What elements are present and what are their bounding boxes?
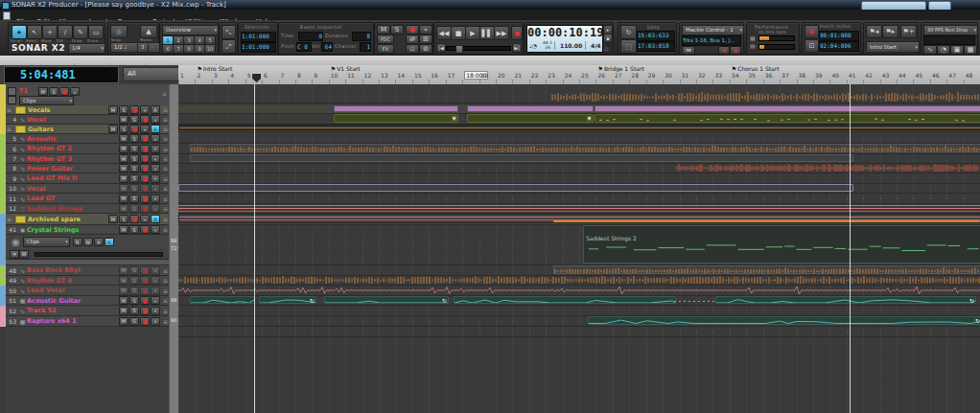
clip[interactable]: ↻ xyxy=(324,296,449,304)
punch-marquee-icon[interactable]: ⊡ xyxy=(805,39,819,53)
arm-record-icon[interactable]: ● xyxy=(140,266,150,275)
automation-button[interactable]: A xyxy=(105,238,114,246)
mute-button[interactable]: M xyxy=(119,164,128,172)
go-start-icon[interactable]: |◀ xyxy=(436,43,446,53)
clips-dropdown[interactable]: Clips▾ xyxy=(23,237,70,247)
clip-v-vocal-clip-3[interactable]: V-Vocal Clip 3 xyxy=(595,114,980,123)
clock-sync-icon[interactable]: ◔ xyxy=(937,45,950,55)
meter-value[interactable]: 4/4 xyxy=(591,42,601,49)
arm-record-icon[interactable]: ● xyxy=(140,174,150,183)
pause-icon[interactable]: ▌▌ xyxy=(479,26,495,40)
input-echo-icon[interactable]: « xyxy=(151,164,160,172)
solo-button[interactable]: S xyxy=(129,154,139,163)
track-row-4-vocal[interactable]: 4∿VocalMS●«≡ xyxy=(6,115,169,125)
arm-record-icon[interactable]: ● xyxy=(140,164,150,172)
midi-sync-icon[interactable]: ▦ xyxy=(964,45,977,55)
row-handle-icon[interactable]: ≡ xyxy=(162,297,169,304)
clips-lane-guitars-folder[interactable]: Guitars xyxy=(178,125,980,132)
marks-icon[interactable]: ▲ xyxy=(140,25,157,38)
arm-record-icon[interactable]: ● xyxy=(140,276,150,285)
solo-button[interactable]: S xyxy=(129,225,139,234)
clip-record-10[interactable]: Record 10 xyxy=(178,276,980,284)
input-echo-icon[interactable]: « xyxy=(151,266,160,275)
row-handle-icon[interactable]: ≡ xyxy=(162,226,169,233)
clip[interactable] xyxy=(553,220,980,222)
clock-mode-down-icon[interactable]: ▪ xyxy=(603,34,613,43)
ruler-marker-chorus-1-start[interactable]: ⚑Chorus 1 Start xyxy=(732,65,780,72)
clip-vocal[interactable]: Vocal xyxy=(595,105,980,112)
track-row-12-saddest-strings[interactable]: 12⁙Saddest StringsMS●«≡ xyxy=(6,204,169,214)
tool-move-icon[interactable]: + xyxy=(42,25,58,39)
control-surface-dropdown[interactable]: Mackie Control - 1▾ xyxy=(682,25,744,35)
snap-resolution-dropdown[interactable]: 1/2 ♩ xyxy=(110,42,140,53)
folder-expand-icon[interactable]: ≡ xyxy=(6,106,12,113)
loop-to[interactable]: 17:03:018 xyxy=(637,41,675,52)
clips-lane-bass-rock-48[interactable]: Record 3, Take 4 xyxy=(178,265,980,276)
row-handle-icon[interactable]: ≡ xyxy=(162,146,169,152)
solo-button[interactable]: S xyxy=(129,115,139,124)
solo-button[interactable]: S xyxy=(129,276,139,285)
clip-record-take-3[interactable]: Record , Take 3 xyxy=(178,184,853,192)
clips-lane-archived-folder[interactable]: Archived spare xyxy=(178,214,980,225)
row-handle-icon[interactable]: ≡ xyxy=(162,185,169,192)
mute-button[interactable]: M xyxy=(119,134,128,143)
ruler-marker-bridge-1-start[interactable]: ⚑Bridge 1 Start xyxy=(598,65,644,72)
row-handle-icon[interactable]: ≡ xyxy=(162,175,169,182)
ruler-marker-v1-start[interactable]: ⚑V1 Start xyxy=(331,65,361,72)
clips-lane-acoustic-guitar-51[interactable]: ↻↻Record 1↻ xyxy=(178,296,980,306)
arm-record-icon[interactable]: ● xyxy=(129,105,139,114)
track-row-7-rhythm-gt-3[interactable]: 7∿Rhythm GT 3MS●«≡ xyxy=(6,154,169,164)
selection-to[interactable]: 1:01:000 xyxy=(241,42,276,53)
channel-value[interactable]: 1 xyxy=(360,42,371,52)
clips-lane-rhythm-gt3-7[interactable]: Record 6 xyxy=(178,154,980,164)
read-button[interactable]: R xyxy=(73,238,82,246)
screenset-10[interactable]: 10 xyxy=(204,44,216,54)
mute-button[interactable]: M xyxy=(119,296,128,305)
clips-lane-rhythm-gt2-6[interactable]: Record 5 xyxy=(178,144,980,154)
track-row-6-rhythm-gt-2[interactable]: 6∿Rhythm GT 2MS●«≡ xyxy=(6,144,169,154)
clips-lane-crystal-strings-41[interactable]: Saddest Strings 2 xyxy=(178,225,980,265)
clips-lane-power-guitar-8[interactable] xyxy=(178,164,980,173)
row-handle-icon[interactable]: ≡ xyxy=(162,216,169,222)
input-echo-icon[interactable]: « xyxy=(151,296,160,305)
clips-lane-saddest-strings-12[interactable] xyxy=(178,204,980,214)
arm-record-icon[interactable]: ● xyxy=(140,307,150,315)
folder-expand-icon[interactable]: ≡ xyxy=(6,216,12,222)
clip-vocal[interactable]: Vocal xyxy=(467,105,594,112)
arm-record-icon[interactable]: ● xyxy=(406,25,419,34)
grid-icon[interactable]: ⊞ xyxy=(419,34,432,44)
arm-record-icon[interactable]: ● xyxy=(140,204,150,213)
row-handle-icon[interactable]: ≡ xyxy=(162,155,169,162)
snap-icon[interactable]: ◎ xyxy=(110,25,128,38)
write-button[interactable]: W xyxy=(83,238,93,246)
row-handle-icon[interactable]: ≡ xyxy=(162,106,169,113)
input-echo-icon[interactable]: « xyxy=(151,317,160,326)
grid-toggle-icon[interactable] xyxy=(8,96,16,104)
track-row-52-track-52[interactable]: 52∿Track 52MS●«≡ xyxy=(6,306,169,316)
arm-record-icon[interactable]: ● xyxy=(129,125,139,133)
input-echo-icon[interactable]: « xyxy=(151,154,160,163)
mute-button[interactable]: M xyxy=(38,87,48,96)
track-row-guitars[interactable]: ≡GuitarsMS●«A≡ xyxy=(6,125,169,134)
automation-button[interactable]: A xyxy=(151,215,160,223)
grid-toggle-icon[interactable] xyxy=(8,87,16,96)
clip[interactable] xyxy=(676,164,980,172)
mute-button[interactable]: M xyxy=(119,115,128,124)
solo-button[interactable]: S xyxy=(129,184,139,193)
track-row-51-acoustic-guitar[interactable]: 51▦Acoustic GuitarMS●«≡ xyxy=(6,296,169,306)
input-echo-icon[interactable]: « xyxy=(140,215,150,223)
input-echo-icon[interactable]: « xyxy=(151,287,160,295)
punch-record-icon[interactable]: ◉ xyxy=(805,25,819,38)
solo-button[interactable]: S xyxy=(129,174,139,183)
mute-button[interactable]: M xyxy=(119,317,128,326)
fast-forward-icon[interactable]: ▶▶ xyxy=(494,26,509,40)
arm-record-icon[interactable]: ● xyxy=(140,184,150,193)
selection-from[interactable]: 1:01:000 xyxy=(241,32,276,42)
input-echo-icon[interactable]: « xyxy=(419,25,432,34)
filter-dropdown[interactable]: All▾ xyxy=(123,67,184,81)
mute-button[interactable]: M xyxy=(119,145,128,153)
input-echo-icon[interactable]: « xyxy=(70,87,80,96)
solo-button[interactable]: S xyxy=(129,164,139,172)
clips-lane-vocals-folder[interactable]: VocalVocalVocal xyxy=(178,105,980,114)
mute-button[interactable]: M xyxy=(377,25,390,34)
